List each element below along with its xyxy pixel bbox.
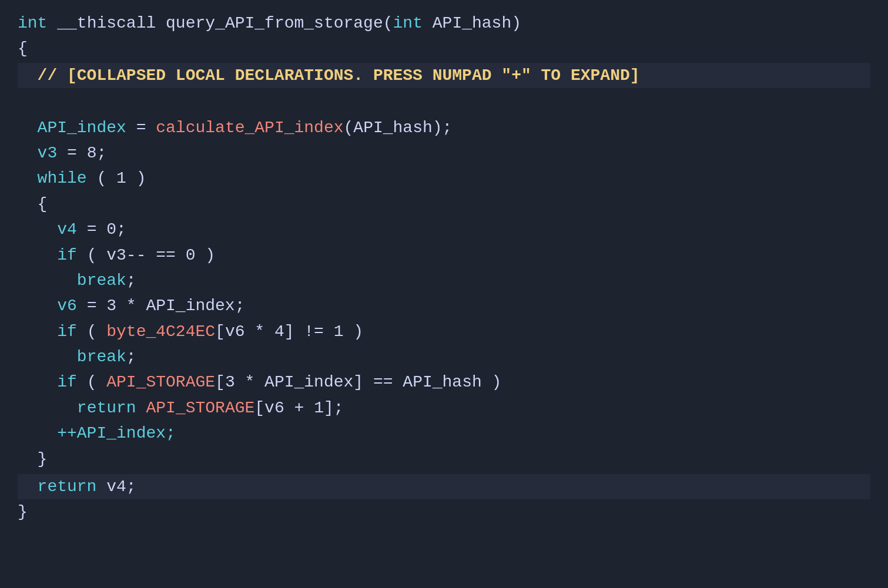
function-name: query_API_from_storage	[166, 11, 383, 36]
code-line: int __thiscall query_API_from_storage(in…	[18, 11, 870, 36]
code-text: (	[77, 319, 106, 344]
var-v6: v6	[18, 293, 77, 318]
code-text: (API_hash);	[344, 115, 453, 140]
code-line: v6 = 3 * API_index;	[18, 293, 870, 318]
code-text: __thiscall	[47, 11, 166, 36]
code-text: [3 * API_index] == API_hash )	[215, 369, 501, 395]
brace-open2: {	[18, 191, 47, 217]
code-line: while ( 1 )	[18, 166, 870, 191]
code-line-separator: return v4;	[18, 474, 870, 499]
code-text: API_hash)	[423, 11, 521, 36]
code-text: [v6 * 4] != 1 )	[215, 319, 363, 344]
code-line: }	[18, 446, 870, 472]
code-text	[136, 395, 146, 421]
var-v3: v3	[18, 140, 57, 166]
code-line	[18, 89, 870, 115]
code-text: v4;	[96, 474, 136, 499]
code-text: ;	[126, 268, 136, 293]
code-line: if ( byte_4C24EC[v6 * 4] != 1 )	[18, 319, 870, 344]
code-text: =	[126, 115, 156, 140]
code-text	[18, 395, 77, 421]
code-line: {	[18, 36, 870, 61]
keyword-int2: int	[393, 11, 423, 36]
keyword-return: return	[77, 395, 136, 421]
code-text: = 0;	[77, 217, 126, 242]
code-line: break;	[18, 344, 870, 369]
code-line: ++API_index;	[18, 421, 870, 446]
keyword-break2: break	[77, 344, 126, 369]
code-text	[18, 369, 57, 395]
var-api-index: API_index	[18, 115, 126, 140]
code-text: = 8;	[57, 140, 106, 166]
global-byte: byte_4C24EC	[106, 319, 215, 344]
keyword-if3: if	[57, 369, 77, 395]
collapsed-comment: // [COLLAPSED LOCAL DECLARATIONS. PRESS …	[18, 63, 640, 88]
code-line: break;	[18, 268, 870, 293]
code-text	[18, 474, 38, 499]
code-text	[18, 319, 57, 344]
brace-close: }	[18, 446, 47, 472]
code-text	[18, 166, 38, 191]
code-line: }	[18, 499, 870, 525]
func-calculate: calculate_API_index	[156, 115, 343, 140]
global-api-storage: API_STORAGE	[106, 369, 215, 395]
var-api-index-inc: ++API_index;	[18, 421, 176, 446]
global-api-storage2: API_STORAGE	[146, 395, 254, 421]
brace-close-final: }	[18, 499, 28, 525]
code-text: (	[77, 369, 106, 395]
brace-open: {	[18, 36, 28, 61]
code-line-collapsed: // [COLLAPSED LOCAL DECLARATIONS. PRESS …	[18, 63, 870, 88]
code-text	[18, 344, 77, 369]
code-text	[18, 243, 57, 268]
code-line: v3 = 8;	[18, 140, 870, 166]
code-text: = 3 * API_index;	[77, 293, 245, 318]
var-v4: v4	[18, 217, 77, 242]
code-line: if ( API_STORAGE[3 * API_index] == API_h…	[18, 369, 870, 395]
code-text	[18, 268, 77, 293]
code-line: v4 = 0;	[18, 217, 870, 242]
code-text: ;	[126, 344, 136, 369]
keyword-while: while	[38, 166, 87, 191]
keyword-if2: if	[57, 319, 77, 344]
keyword-if: if	[57, 243, 77, 268]
code-line: API_index = calculate_API_index(API_hash…	[18, 115, 870, 140]
code-text: ( 1 )	[87, 166, 146, 191]
code-line: {	[18, 191, 870, 217]
code-text: ( v3-- == 0 )	[77, 243, 215, 268]
code-line: if ( v3-- == 0 )	[18, 243, 870, 268]
keyword-int: int	[18, 11, 47, 36]
keyword-return2: return	[38, 474, 97, 499]
code-text: (	[383, 11, 393, 36]
keyword-break: break	[77, 268, 126, 293]
code-line: return API_STORAGE[v6 + 1];	[18, 395, 870, 421]
code-viewer: int __thiscall query_API_from_storage(in…	[0, 0, 888, 588]
code-text: [v6 + 1];	[254, 395, 343, 421]
